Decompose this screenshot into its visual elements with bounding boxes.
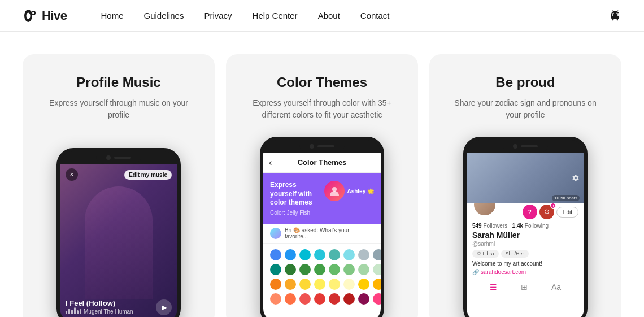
color-banner-username: Ashley 🌟 bbox=[347, 188, 374, 194]
color-option-dot[interactable] bbox=[314, 293, 325, 305]
color-option-dot[interactable] bbox=[285, 264, 296, 275]
be-proud-title: Be proud bbox=[484, 75, 566, 90]
music-song-title: I Feel (Hollow) bbox=[66, 299, 133, 307]
feature-cards: Profile Music Express yourself through m… bbox=[0, 32, 644, 317]
color-chat-avatar bbox=[270, 228, 281, 239]
following-count: 1.4k bbox=[512, 223, 523, 229]
music-bg bbox=[60, 164, 177, 317]
color-option-dot[interactable] bbox=[270, 293, 281, 305]
color-option-dot[interactable] bbox=[270, 279, 281, 290]
proud-edit-button[interactable]: Edit bbox=[556, 207, 578, 218]
color-dots-grid bbox=[263, 244, 381, 310]
proud-phone-notch bbox=[503, 140, 548, 153]
color-banner-text: Express yourself with color themes Color… bbox=[270, 181, 320, 216]
color-option-dot[interactable] bbox=[358, 264, 369, 275]
color-option-dot[interactable] bbox=[343, 293, 355, 305]
color-option-dot[interactable] bbox=[285, 279, 296, 290]
notch-camera-3 bbox=[513, 144, 517, 149]
music-play-button[interactable]: ▶ bbox=[156, 299, 172, 315]
color-phone-screen: ‹ Color Themes Express yourself with col… bbox=[263, 153, 381, 317]
notch-speaker-2 bbox=[317, 145, 334, 147]
color-option-dot[interactable] bbox=[299, 279, 311, 290]
music-close-button[interactable]: × bbox=[66, 168, 78, 181]
back-icon[interactable]: ‹ bbox=[269, 158, 272, 168]
color-option-dot[interactable] bbox=[373, 293, 381, 305]
color-themes-title: Color Themes bbox=[266, 75, 378, 90]
be-proud-card: Be proud Share your zodiac sign and pron… bbox=[429, 54, 621, 317]
link-icon: 🔗 bbox=[472, 269, 479, 275]
color-option-dot[interactable] bbox=[358, 249, 369, 260]
color-option-dot[interactable] bbox=[329, 279, 340, 290]
nav-contact[interactable]: Contact bbox=[360, 11, 390, 20]
be-proud-phone-wrap: 10.5k posts ? 3 Edit bbox=[429, 137, 621, 317]
profile-music-card: Profile Music Express yourself through m… bbox=[23, 54, 215, 317]
proud-tab-text[interactable]: Aa bbox=[551, 283, 561, 292]
proud-tags: ⚖ Libra She/Her bbox=[472, 250, 578, 258]
color-option-dot[interactable] bbox=[373, 264, 381, 275]
proud-phone-screen: 10.5k posts ? 3 Edit bbox=[467, 153, 584, 317]
gear-icon[interactable] bbox=[572, 174, 580, 182]
proud-tab-bar: ☰ ⊞ Aa bbox=[467, 279, 584, 295]
color-option-dot[interactable] bbox=[343, 249, 355, 260]
nav-links: Home Guidelines Privacy Help Center Abou… bbox=[101, 11, 609, 20]
music-bottom-bar: I Feel (Hollow) Mugen bbox=[66, 299, 172, 315]
proud-stats: 549 Followers 1.4k Following bbox=[472, 223, 578, 229]
color-option-dot[interactable] bbox=[314, 249, 325, 260]
color-option-dot[interactable] bbox=[358, 293, 369, 305]
phone-notch bbox=[96, 151, 141, 164]
music-info: I Feel (Hollow) Mugen bbox=[66, 299, 133, 315]
android-icon[interactable] bbox=[609, 8, 621, 23]
logo[interactable]: Hive bbox=[23, 8, 67, 24]
be-proud-desc: Share your zodiac sign and pronouns on y… bbox=[429, 97, 621, 121]
profile-music-title: Profile Music bbox=[65, 75, 172, 90]
color-phone: ‹ Color Themes Express yourself with col… bbox=[260, 137, 384, 317]
color-option-dot[interactable] bbox=[285, 293, 296, 305]
color-banner: Express yourself with color themes Color… bbox=[263, 173, 381, 224]
nav-help-center[interactable]: Help Center bbox=[253, 11, 298, 20]
notch-speaker bbox=[114, 157, 131, 159]
music-waveform-icon bbox=[66, 307, 81, 314]
proud-tab-list[interactable]: ☰ bbox=[490, 283, 497, 292]
color-option-dot[interactable] bbox=[314, 264, 325, 275]
music-edit-button[interactable]: Edit my music bbox=[124, 170, 172, 180]
color-banner-avatar bbox=[324, 181, 345, 201]
proud-link[interactable]: 🔗 sarahdoesart.com bbox=[472, 269, 578, 275]
color-option-dot[interactable] bbox=[358, 279, 369, 290]
svg-point-3 bbox=[32, 12, 34, 14]
nav-home[interactable]: Home bbox=[101, 11, 123, 20]
color-option-dot[interactable] bbox=[299, 249, 311, 260]
proud-notification-button[interactable]: 3 bbox=[539, 205, 554, 219]
color-option-dot[interactable] bbox=[343, 279, 355, 290]
nav-guidelines[interactable]: Guidelines bbox=[144, 11, 184, 20]
color-themes-header: ‹ Color Themes bbox=[263, 153, 381, 173]
followers-count: 549 bbox=[472, 223, 482, 229]
color-option-dot[interactable] bbox=[329, 249, 340, 260]
color-option-dot[interactable] bbox=[373, 279, 381, 290]
color-banner-subtitle: Color: Jelly Fish bbox=[270, 210, 320, 216]
color-option-dot[interactable] bbox=[329, 264, 340, 275]
nav-about[interactable]: About bbox=[318, 11, 340, 20]
proud-action-buttons: ? 3 Edit bbox=[523, 205, 578, 219]
proud-bio: Welcome to my art account! bbox=[472, 260, 578, 267]
svg-point-1 bbox=[27, 12, 31, 19]
color-option-dot[interactable] bbox=[270, 249, 281, 260]
proud-tab-grid[interactable]: ⊞ bbox=[521, 283, 528, 292]
color-chat-line: Bri 🎨 asked: What's your favorite... bbox=[263, 224, 381, 244]
proud-question-button[interactable]: ? bbox=[523, 205, 537, 219]
proud-phone: 10.5k posts ? 3 Edit bbox=[463, 137, 588, 317]
color-option-dot[interactable] bbox=[285, 249, 296, 260]
color-option-dot[interactable] bbox=[314, 279, 325, 290]
color-banner-title: Express yourself with color themes bbox=[270, 181, 320, 207]
color-option-dot[interactable] bbox=[299, 264, 311, 275]
zodiac-icon: ⚖ bbox=[477, 251, 483, 257]
nav-privacy[interactable]: Privacy bbox=[204, 11, 232, 20]
color-option-dot[interactable] bbox=[329, 293, 340, 305]
profile-music-phone-wrap: × Edit my music I Feel (Hollow) bbox=[23, 137, 215, 317]
color-option-dot[interactable] bbox=[270, 264, 281, 275]
color-option-dot[interactable] bbox=[373, 249, 381, 260]
proud-display-name: Sarah Müller bbox=[472, 231, 578, 240]
color-option-dot[interactable] bbox=[299, 293, 311, 305]
color-option-dot[interactable] bbox=[343, 264, 355, 275]
proud-posts-count: 10.5k posts bbox=[552, 195, 580, 201]
color-themes-card: Color Themes Express yourself through co… bbox=[226, 54, 418, 317]
